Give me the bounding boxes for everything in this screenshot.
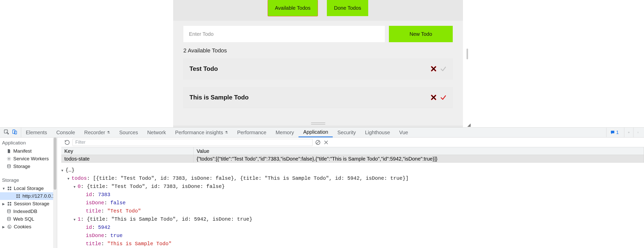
svg-point-26 (10, 227, 10, 228)
storage-row-key: todos-state (61, 155, 194, 162)
json-node[interactable]: ▼todos: [{title: "Test Todo", id: 7383, … (61, 174, 644, 183)
json-node[interactable]: ▼0: {title: "Test Todo", id: 7383, isDon… (61, 183, 644, 191)
json-leaf[interactable]: title: "Test Todo" (61, 207, 644, 215)
mark-done-icon[interactable] (440, 94, 447, 101)
flask-icon: ⚗ (107, 130, 110, 134)
svg-point-23 (7, 217, 10, 219)
expand-icon: ▶ (2, 225, 5, 229)
devtools-sidebar: Application Manifest Service Workers Sto… (0, 138, 57, 248)
filter-input[interactable] (73, 139, 313, 146)
svg-point-22 (7, 210, 10, 211)
svg-rect-12 (8, 189, 9, 190)
page-area: Available Todos Done Todos New Todo 2 Av… (0, 0, 644, 127)
delete-icon[interactable] (430, 65, 437, 72)
sidebar-item-session-storage[interactable]: ▶ Session Storage (0, 200, 57, 208)
mark-done-icon[interactable] (440, 65, 447, 72)
sidebar-item-storage[interactable]: Storage (0, 163, 57, 170)
tab-available-todos[interactable]: Available Todos (268, 0, 318, 16)
col-header-key[interactable]: Key (61, 147, 194, 155)
todo-item: Test Todo (183, 59, 453, 79)
json-preview-tree: ▼{…} ▼todos: [{title: "Test Todo", id: 7… (61, 166, 644, 248)
todo-app: Available Todos Done Todos New Todo 2 Av… (173, 0, 463, 127)
grid-icon (7, 201, 12, 206)
new-todo-button[interactable]: New Todo (389, 26, 453, 42)
devtools-tab-security[interactable]: Security (333, 128, 360, 137)
devtools-tab-sources[interactable]: Sources (115, 128, 142, 137)
todo-item-title: Test Todo (189, 65, 218, 72)
svg-point-27 (9, 227, 9, 228)
svg-point-9 (7, 165, 10, 166)
sidebar-heading-application: Application (0, 138, 57, 147)
json-node[interactable]: ▼{…} (61, 166, 644, 174)
storage-row-value: {"todos":[{"title":"Test Todo","id":7383… (194, 155, 644, 162)
input-row: New Todo (183, 26, 453, 42)
expand-icon: ▶ (2, 202, 5, 206)
devtools-tab-vue[interactable]: Vue (395, 128, 413, 137)
sidebar-item-manifest[interactable]: Manifest (0, 147, 57, 155)
svg-point-5 (638, 132, 638, 132)
svg-point-3 (629, 132, 629, 133)
svg-rect-14 (16, 194, 18, 196)
delete-icon[interactable] (430, 94, 437, 101)
devtools-tab-memory[interactable]: Memory (271, 128, 299, 137)
todo-item-title: This is Sample Todo (189, 94, 249, 101)
devtools-tab-recorder[interactable]: Recorder⚗ (80, 128, 115, 137)
devtools-tab-elements[interactable]: Elements (21, 128, 52, 137)
expand-icon: ▼ (2, 187, 5, 190)
svg-rect-20 (8, 204, 9, 206)
svg-rect-11 (10, 187, 11, 188)
flask-icon: ⚗ (225, 130, 228, 134)
json-leaf[interactable]: isDone: true (61, 232, 644, 240)
devtools-tab-performance[interactable]: Performance (233, 128, 271, 137)
delete-selected-icon[interactable] (323, 140, 329, 145)
devtools-tab-performance-insights[interactable]: Performance insights⚗ (171, 128, 233, 137)
json-leaf[interactable]: isDone: false (61, 199, 644, 207)
tab-done-todos[interactable]: Done Todos (327, 0, 368, 16)
clear-all-icon[interactable] (315, 140, 321, 145)
inspect-element-icon[interactable] (4, 129, 9, 136)
svg-rect-16 (16, 197, 18, 198)
tab-row: Available Todos Done Todos (173, 0, 463, 21)
svg-rect-18 (8, 202, 9, 203)
todo-list: Test Todo This is Sample Todo (183, 59, 453, 108)
devtools-tab-network[interactable]: Network (142, 128, 170, 137)
json-leaf[interactable]: id: 5942 (61, 223, 644, 232)
todo-item: This is Sample Todo (183, 87, 453, 108)
devtools-tab-lighthouse[interactable]: Lighthouse (360, 128, 395, 137)
svg-point-4 (638, 132, 638, 132)
sidebar-heading-storage: Storage (0, 175, 57, 185)
more-icon[interactable] (633, 128, 639, 137)
devtools-tab-application[interactable]: Application (299, 128, 333, 137)
issues-chip[interactable]: 1 (606, 128, 621, 137)
svg-rect-19 (10, 202, 11, 203)
device-toolbar-icon[interactable] (12, 129, 17, 136)
sidebar-item-indexeddb[interactable]: IndexedDB (0, 208, 57, 215)
issues-count: 1 (616, 130, 619, 135)
database-icon (7, 164, 11, 169)
gear-icon (7, 156, 11, 161)
drag-handle-icon[interactable] (311, 122, 325, 125)
json-node[interactable]: ▼1: {title: "This is Sample Todo", id: 5… (61, 215, 644, 223)
sidebar-item-service-workers[interactable]: Service Workers (0, 155, 57, 163)
resize-handle-icon[interactable]: ◢ (467, 123, 472, 127)
sidebar-item-local-storage[interactable]: ▼ Local Storage (0, 185, 57, 192)
grid-icon (7, 186, 12, 191)
available-count-label: 2 Available Todos (183, 47, 453, 54)
sidebar-item-local-storage-origin[interactable]: http://127.0.0.1:5 (0, 192, 57, 200)
settings-icon[interactable] (624, 128, 630, 137)
sidebar-scrollbar[interactable] (53, 138, 57, 248)
json-leaf[interactable]: title: "This is Sample Todo" (61, 240, 644, 248)
svg-point-25 (9, 226, 9, 227)
storage-table-row[interactable]: todos-state {"todos":[{"title":"Test Tod… (61, 155, 644, 163)
sidebar-item-cookies[interactable]: ▶ Cookies (0, 223, 57, 231)
svg-rect-13 (10, 189, 11, 190)
json-leaf[interactable]: id: 7383 (61, 191, 644, 199)
todo-input[interactable] (183, 26, 385, 42)
svg-rect-21 (10, 204, 11, 206)
refresh-icon[interactable] (64, 140, 70, 145)
sidebar-item-websql[interactable]: Web SQL (0, 215, 57, 223)
devtools-tab-console[interactable]: Console (52, 128, 79, 137)
svg-point-8 (8, 158, 10, 160)
scrollbar-thumb[interactable] (467, 49, 468, 59)
col-header-value[interactable]: Value (194, 147, 644, 155)
